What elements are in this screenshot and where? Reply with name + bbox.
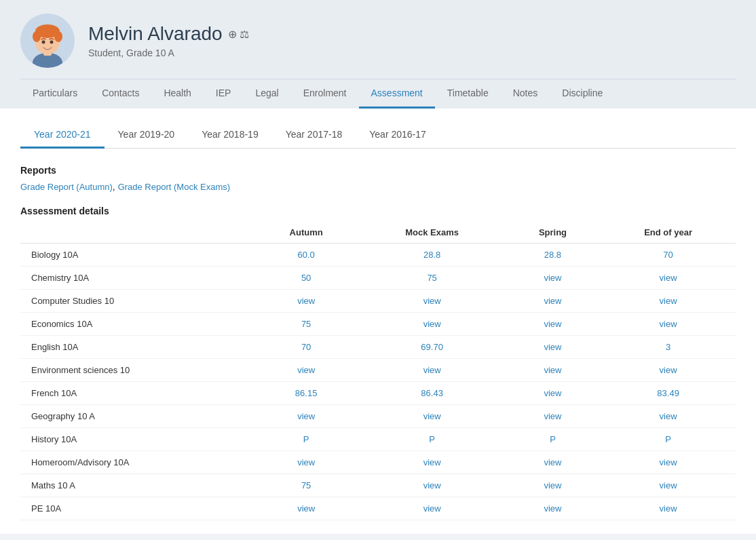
cell-eoy[interactable]: view — [601, 267, 736, 290]
year-tab-2019[interactable]: Year 2018-19 — [188, 122, 272, 149]
cell-spring[interactable]: view — [505, 451, 601, 474]
svg-point-6 — [54, 31, 62, 42]
cell-spring[interactable]: view — [505, 474, 601, 497]
cell-mock[interactable]: view — [360, 405, 505, 428]
cell-autumn[interactable]: 86.15 — [253, 382, 360, 405]
cell-mock[interactable]: view — [360, 451, 505, 474]
cell-spring[interactable]: view — [505, 290, 601, 313]
svg-point-7 — [42, 41, 45, 44]
cell-eoy[interactable]: view — [601, 474, 736, 497]
table-row: History 10APPPP — [20, 428, 736, 451]
tab-assessment[interactable]: Assessment — [359, 79, 435, 109]
col-spring: Spring — [505, 222, 601, 244]
tab-contacts[interactable]: Contacts — [90, 79, 151, 109]
tab-iep[interactable]: IEP — [204, 79, 244, 109]
tab-discipline[interactable]: Discipline — [550, 79, 615, 109]
year-tab-2018[interactable]: Year 2017-18 — [272, 122, 356, 149]
cell-subject: History 10A — [20, 428, 253, 451]
student-subtitle: Student, Grade 10 A — [88, 47, 249, 58]
cell-eoy[interactable]: P — [601, 428, 736, 451]
cell-eoy[interactable]: view — [601, 451, 736, 474]
cell-autumn[interactable]: 60.0 — [253, 244, 360, 267]
cell-autumn[interactable]: 75 — [253, 474, 360, 497]
cell-spring[interactable]: view — [505, 313, 601, 336]
cell-eoy[interactable]: 70 — [601, 244, 736, 267]
cell-spring[interactable]: P — [505, 428, 601, 451]
tab-notes[interactable]: Notes — [501, 79, 550, 109]
cell-spring[interactable]: view — [505, 382, 601, 405]
report-link-autumn[interactable]: Grade Report (Autumn) — [20, 182, 113, 192]
cell-spring[interactable]: 28.8 — [505, 244, 601, 267]
cell-autumn[interactable]: view — [253, 451, 360, 474]
table-row: Economics 10A75viewviewview — [20, 313, 736, 336]
student-status-icons: ⊕ ⚖ — [228, 28, 249, 41]
cell-autumn[interactable]: view — [253, 405, 360, 428]
cell-spring[interactable]: view — [505, 336, 601, 359]
cell-autumn[interactable]: 75 — [253, 313, 360, 336]
cell-autumn[interactable]: view — [253, 290, 360, 313]
student-name: Melvin Alvarado ⊕ ⚖ — [88, 23, 249, 45]
reports-section: Reports Grade Report (Autumn), Grade Rep… — [20, 165, 736, 192]
cell-eoy[interactable]: 3 — [601, 336, 736, 359]
tab-timetable[interactable]: Timetable — [435, 79, 501, 109]
cell-subject: Economics 10A — [20, 313, 253, 336]
cell-mock[interactable]: 75 — [360, 267, 505, 290]
table-row: Biology 10A60.028.828.870 — [20, 244, 736, 267]
cell-autumn[interactable]: 70 — [253, 336, 360, 359]
tab-legal[interactable]: Legal — [243, 79, 290, 109]
cell-eoy[interactable]: 83.49 — [601, 382, 736, 405]
cell-mock[interactable]: view — [360, 497, 505, 520]
svg-point-8 — [50, 41, 54, 44]
tab-health[interactable]: Health — [151, 79, 203, 109]
cell-mock[interactable]: 86.43 — [360, 382, 505, 405]
year-tab-2021[interactable]: Year 2020-21 — [20, 122, 105, 149]
main-navigation: Particulars Contacts Health IEP Legal En… — [20, 79, 736, 109]
cell-autumn[interactable]: P — [253, 428, 360, 451]
cell-mock[interactable]: view — [360, 474, 505, 497]
cell-eoy[interactable]: view — [601, 405, 736, 428]
table-row: Geography 10 Aviewviewviewview — [20, 405, 736, 428]
cell-eoy[interactable]: view — [601, 313, 736, 336]
cell-mock[interactable]: 28.8 — [360, 244, 505, 267]
cell-autumn[interactable]: view — [253, 359, 360, 382]
cell-mock[interactable]: view — [360, 313, 505, 336]
cell-subject: PE 10A — [20, 497, 253, 520]
col-mock: Mock Exams — [360, 222, 505, 244]
cell-autumn[interactable]: view — [253, 497, 360, 520]
cell-spring[interactable]: view — [505, 405, 601, 428]
cell-eoy[interactable]: view — [601, 497, 736, 520]
table-row: Environment sciences 10viewviewviewview — [20, 359, 736, 382]
table-row: Maths 10 A75viewviewview — [20, 474, 736, 497]
cell-mock[interactable]: 69.70 — [360, 336, 505, 359]
reports-title: Reports — [20, 165, 736, 176]
cell-mock[interactable]: P — [360, 428, 505, 451]
year-tab-2017[interactable]: Year 2016-17 — [356, 122, 440, 149]
table-row: French 10A86.1586.43view83.49 — [20, 382, 736, 405]
cell-mock[interactable]: view — [360, 359, 505, 382]
table-row: Computer Studies 10viewviewviewview — [20, 290, 736, 313]
cell-spring[interactable]: view — [505, 267, 601, 290]
avatar — [20, 14, 75, 68]
cell-subject: Maths 10 A — [20, 474, 253, 497]
cell-subject: Environment sciences 10 — [20, 359, 253, 382]
tab-enrolment[interactable]: Enrolment — [291, 79, 359, 109]
cell-autumn[interactable]: 50 — [253, 267, 360, 290]
cell-spring[interactable]: view — [505, 359, 601, 382]
cell-spring[interactable]: view — [505, 497, 601, 520]
year-tab-2020[interactable]: Year 2019-20 — [105, 122, 189, 149]
svg-point-5 — [33, 31, 41, 42]
student-info: Melvin Alvarado ⊕ ⚖ Student, Grade 10 A — [20, 14, 736, 79]
cell-eoy[interactable]: view — [601, 359, 736, 382]
cell-subject: English 10A — [20, 336, 253, 359]
cell-subject: Biology 10A — [20, 244, 253, 267]
cell-mock[interactable]: view — [360, 290, 505, 313]
report-link-mock[interactable]: Grade Report (Mock Exams) — [118, 182, 230, 192]
cell-subject: Homeroom/Advisory 10A — [20, 451, 253, 474]
tab-particulars[interactable]: Particulars — [20, 79, 90, 109]
cell-eoy[interactable]: view — [601, 290, 736, 313]
table-row: PE 10Aviewviewviewview — [20, 497, 736, 520]
assessment-table: Autumn Mock Exams Spring End of year Bio… — [20, 222, 736, 520]
col-eoy: End of year — [601, 222, 736, 244]
table-row: Chemistry 10A5075viewview — [20, 267, 736, 290]
main-content: Year 2020-21 Year 2019-20 Year 2018-19 Y… — [0, 109, 756, 534]
